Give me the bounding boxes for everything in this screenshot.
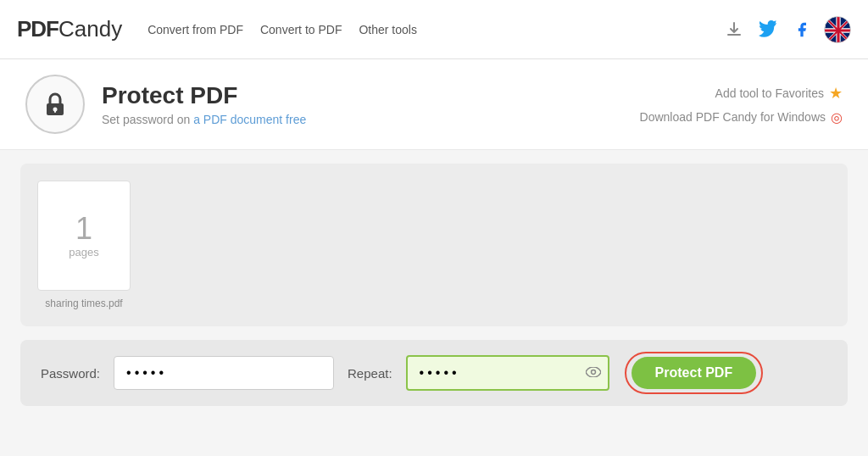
tool-header: Protect PDF Set password on a PDF docume… bbox=[0, 59, 868, 150]
tool-header-left: Protect PDF Set password on a PDF docume… bbox=[25, 75, 306, 134]
password-area: Password: Repeat: Protect PDF bbox=[20, 340, 848, 406]
nav-convert-to[interactable]: Convert to PDF bbox=[260, 23, 342, 36]
file-card-container: 1 pages sharing times.pdf bbox=[37, 181, 131, 309]
lock-circle bbox=[25, 75, 85, 134]
star-icon: ★ bbox=[829, 84, 843, 103]
nav-links: Convert from PDF Convert to PDF Other to… bbox=[147, 23, 722, 36]
header: PDF Candy Convert from PDF Convert to PD… bbox=[0, 0, 868, 59]
tool-info: Protect PDF Set password on a PDF docume… bbox=[102, 82, 306, 126]
add-favorites-label: Add tool to Favorites bbox=[715, 86, 824, 100]
repeat-label: Repeat: bbox=[348, 366, 392, 381]
header-right bbox=[722, 16, 851, 43]
logo-candy: Candy bbox=[58, 16, 122, 42]
download-icon[interactable] bbox=[722, 18, 746, 42]
add-favorites-button[interactable]: Add tool to Favorites ★ bbox=[640, 84, 843, 103]
file-pages-label: pages bbox=[69, 246, 98, 259]
protect-pdf-button[interactable]: Protect PDF bbox=[632, 357, 757, 389]
facebook-icon[interactable] bbox=[790, 18, 814, 42]
svg-rect-3 bbox=[54, 109, 56, 113]
password-input[interactable] bbox=[114, 356, 334, 390]
password-label: Password: bbox=[41, 366, 100, 381]
nav-convert-from[interactable]: Convert from PDF bbox=[147, 23, 243, 36]
repeat-input-wrapper bbox=[406, 355, 609, 391]
candy-icon: ◎ bbox=[831, 109, 843, 125]
svg-point-4 bbox=[591, 370, 595, 375]
file-area: 1 pages sharing times.pdf bbox=[20, 164, 848, 326]
file-card: 1 pages bbox=[37, 181, 131, 291]
tool-title: Protect PDF bbox=[102, 82, 306, 109]
logo[interactable]: PDF Candy bbox=[17, 16, 122, 42]
logo-pdf: PDF bbox=[17, 16, 58, 42]
download-windows-label: Download PDF Candy for Windows bbox=[640, 110, 826, 124]
lock-icon bbox=[40, 89, 70, 120]
tool-header-right: Add tool to Favorites ★ Download PDF Can… bbox=[640, 84, 843, 125]
protect-btn-wrapper: Protect PDF bbox=[632, 357, 757, 389]
main-content: 1 pages sharing times.pdf Password: Repe… bbox=[0, 150, 868, 420]
tool-subtitle: Set password on a PDF document free bbox=[102, 113, 306, 126]
uk-flag-icon[interactable] bbox=[824, 16, 851, 43]
twitter-icon[interactable] bbox=[756, 18, 780, 42]
repeat-password-input[interactable] bbox=[406, 355, 609, 391]
file-page-count: 1 bbox=[75, 214, 92, 244]
subtitle-plain: Set password on bbox=[102, 113, 193, 126]
download-windows-button[interactable]: Download PDF Candy for Windows ◎ bbox=[640, 109, 843, 125]
toggle-visibility-icon[interactable] bbox=[586, 365, 601, 381]
nav-other-tools[interactable]: Other tools bbox=[359, 23, 416, 36]
file-name: sharing times.pdf bbox=[37, 298, 131, 309]
subtitle-link[interactable]: a PDF document free bbox=[193, 113, 306, 126]
